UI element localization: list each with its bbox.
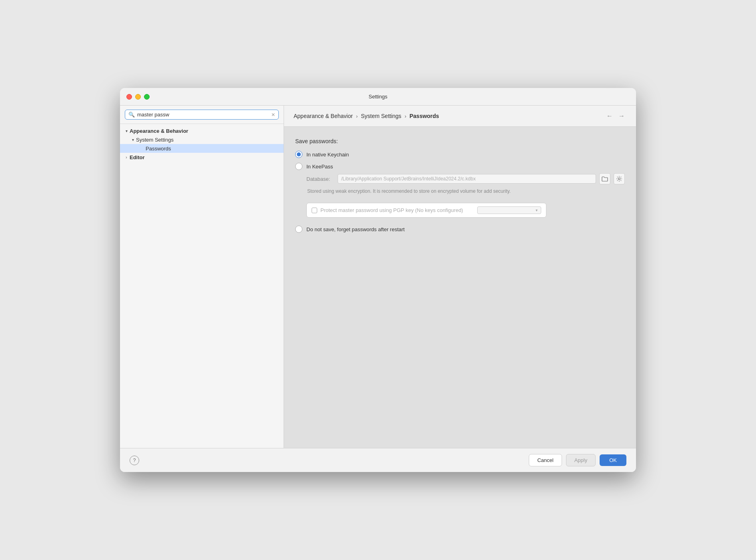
svg-point-0 [618,178,620,180]
breadcrumb-part2: System Settings [361,113,401,119]
keepass-section: Database: [295,173,625,218]
search-clear-button[interactable]: ✕ [271,112,275,117]
breadcrumb-part3: Passwords [410,113,439,119]
radio-native-keychain[interactable] [295,151,302,158]
radio-group-save-passwords: In native Keychain In KeePass [295,151,625,170]
sidebar-item-label-editor: Editor [130,154,280,160]
radio-keepass[interactable] [295,163,302,170]
footer-right: Cancel Apply OK [529,454,626,466]
sidebar-item-label-system: System Settings [136,137,280,143]
settings-dialog: Settings 🔍 ✕ Appearance & Behavior [120,88,636,472]
maximize-button[interactable] [144,94,150,100]
pgp-section: Protect master password using PGP key (N… [306,203,546,218]
save-passwords-label: Save passwords: [295,138,625,144]
sidebar-item-passwords[interactable]: Passwords [120,144,284,153]
window-controls [126,94,150,100]
database-path-input[interactable] [338,174,596,184]
sidebar-item-appearance-behavior[interactable]: Appearance & Behavior [120,126,284,135]
help-button[interactable]: ? [130,456,139,465]
sidebar-item-editor[interactable]: Editor [120,153,284,162]
tree-container: Appearance & Behavior System Settings Pa… [120,124,284,448]
dialog-footer: ? Cancel Apply OK [120,448,636,472]
radio-label-keepass: In KeePass [306,164,333,170]
sidebar: 🔍 ✕ Appearance & Behavior System Setting… [120,106,284,448]
title-bar: Settings [120,88,636,106]
ok-button[interactable]: OK [600,454,626,466]
sidebar-item-label-passwords: Passwords [146,146,280,152]
content-area: 🔍 ✕ Appearance & Behavior System Setting… [120,106,636,448]
forward-button[interactable]: → [617,111,626,121]
sidebar-item-label-appearance: Appearance & Behavior [130,128,280,134]
back-button[interactable]: ← [605,111,614,121]
dropdown-arrow-icon: ▾ [536,208,538,212]
database-label: Database: [306,176,334,182]
sidebar-item-system-settings[interactable]: System Settings [120,135,284,144]
tree-arrow-editor [123,154,130,160]
footer-left: ? [130,456,139,465]
breadcrumb: Appearance & Behavior › System Settings … [294,113,439,119]
database-settings-button[interactable] [614,173,625,184]
minimize-button[interactable] [135,94,141,100]
breadcrumb-bar: Appearance & Behavior › System Settings … [284,106,636,127]
cancel-button[interactable]: Cancel [529,454,562,466]
radio-item-native-keychain[interactable]: In native Keychain [295,151,625,158]
database-row: Database: [306,173,625,184]
search-container: 🔍 ✕ [120,106,284,124]
search-icon: 🔍 [128,112,135,118]
radio-label-native-keychain: In native Keychain [306,152,349,158]
radio-label-no-save: Do not save, forget passwords after rest… [306,226,405,232]
breadcrumb-nav: ← → [605,111,626,121]
pgp-checkbox[interactable] [312,208,317,213]
search-input[interactable] [137,112,269,118]
settings-content: Save passwords: In native Keychain In Ke… [284,127,636,448]
main-panel: Appearance & Behavior › System Settings … [284,106,636,448]
pgp-dropdown[interactable]: ▾ [477,206,541,214]
radio-no-save[interactable] [295,226,302,233]
breadcrumb-sep2: › [404,113,406,119]
apply-button[interactable]: Apply [566,454,596,466]
search-box: 🔍 ✕ [125,110,279,120]
radio-item-keepass[interactable]: In KeePass [295,163,625,170]
weak-encryption-note: Stored using weak encryption. It is reco… [306,188,586,195]
browse-folder-button[interactable] [599,173,610,184]
close-button[interactable] [126,94,132,100]
tree-arrow-system [130,136,136,143]
radio-item-no-save[interactable]: Do not save, forget passwords after rest… [295,226,625,233]
tree-arrow-appearance [123,128,130,134]
pgp-label: Protect master password using PGP key (N… [320,207,474,213]
window-title: Settings [369,94,388,100]
breadcrumb-part1: Appearance & Behavior [294,113,353,119]
breadcrumb-sep1: › [356,113,358,119]
